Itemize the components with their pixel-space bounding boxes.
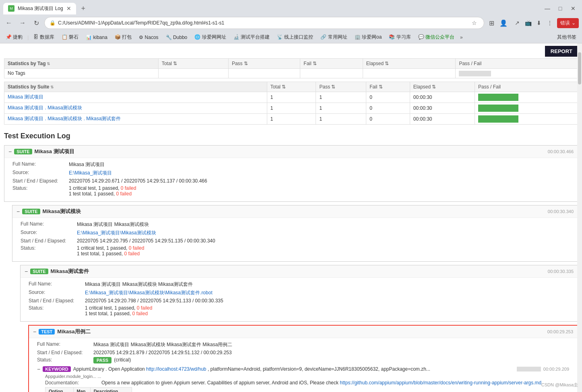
keyword-toggle[interactable]: − xyxy=(37,366,40,372)
more-bookmarks-button[interactable]: » xyxy=(460,35,463,40)
status-line1-2: 1 critical test, 1 passed, 0 failed xyxy=(77,245,144,251)
keyword-indent-content: Appguider.module_login... ... Documentat… xyxy=(37,374,569,392)
stats-by-suite-section: Statistics by Suite Total ⇅ Pass ⇅ Fail … xyxy=(0,82,577,128)
bookmark-item[interactable]: 🌐 珍爱网网址 xyxy=(192,33,228,41)
stats-by-tag-section: Statistics by Tag Total ⇅ Pass ⇅ Fail ⇅ … xyxy=(0,58,577,82)
suite-toggle-3[interactable]: − xyxy=(25,268,28,275)
back-button[interactable]: ← xyxy=(3,17,14,29)
more-icon[interactable]: ⋮ xyxy=(545,18,555,28)
elapsed-label-2: Start / End / Elapsed: xyxy=(21,238,77,244)
cast-icon[interactable]: 📺 xyxy=(523,18,533,28)
bookmark-item[interactable]: 🗄 数据库 xyxy=(31,33,56,41)
keyword-args: , platformName=Android, platformVersion=… xyxy=(208,366,430,372)
bookmark-item[interactable]: 📦 打包 xyxy=(112,33,134,41)
bookmark-item[interactable]: 📌 捷豹 xyxy=(3,33,25,41)
suite-link-1[interactable]: Mikasa 测试项目 xyxy=(8,94,43,100)
col-total[interactable]: Total ⇅ xyxy=(158,59,228,69)
suite-passfail-header: Pass / Fail xyxy=(475,82,577,92)
bookmark-item[interactable]: 🔧 Dubbo xyxy=(163,34,190,41)
other-bookmarks[interactable]: 其他书签 xyxy=(555,33,579,41)
doc-link[interactable]: https://github.com/appium/appium/blob/ma… xyxy=(340,380,541,386)
col-pass[interactable]: Pass ⇅ xyxy=(228,59,300,69)
bookmark-item[interactable]: 📡 线上接口监控 xyxy=(274,33,316,41)
suite-elapsed-3: 00:00:30 xyxy=(410,113,475,124)
col-elapsed[interactable]: Elapsed ⇅ xyxy=(363,59,456,69)
close-window-button[interactable]: ✕ xyxy=(568,4,579,13)
doc-col-man: Man. xyxy=(73,387,90,392)
refresh-button[interactable]: ↻ xyxy=(31,17,42,29)
test-badge-1: TEST xyxy=(39,329,55,335)
suite-total-3: 1 xyxy=(267,113,316,124)
bookmark-item[interactable]: 📚 学习库 xyxy=(386,33,413,41)
col-fail[interactable]: Fail ⇅ xyxy=(300,59,363,69)
extensions-icon[interactable]: ⊞ xyxy=(487,18,496,28)
minimize-button[interactable]: — xyxy=(542,4,553,13)
source-label-1: Source: xyxy=(12,170,69,177)
page-content: REPORT Statistics by Tag Total ⇅ Pass ⇅ … xyxy=(0,43,577,392)
url-bar[interactable]: 🔒 C:/Users/ADMINI~1/AppData/Local/Temp/R… xyxy=(44,17,484,29)
suite-body-3: Full Name: Mikasa 测试项目 Mikasa测试模块 Mikasa… xyxy=(21,278,577,321)
suite-link-2[interactable]: Mikasa 测试项目 . Mikasa测试模块 xyxy=(8,105,82,111)
report-button[interactable]: REPORT xyxy=(545,46,577,57)
bookmark-star-icon[interactable]: ☆ xyxy=(469,18,479,28)
suite-link-3[interactable]: Mikasa 测试项目 . Mikasa测试模块 . Mikasa测试套件 xyxy=(8,116,121,121)
suite-bar-3 xyxy=(475,113,577,124)
bookmark-item[interactable]: 🔬 测试平台搭建 xyxy=(231,33,272,41)
scroll-thumb[interactable] xyxy=(578,52,581,84)
share-icon[interactable]: ↗ xyxy=(512,18,522,28)
source-link-1[interactable]: E:\Mikasa_测试项目 xyxy=(69,170,112,177)
suite-toggle-1[interactable]: − xyxy=(8,148,12,155)
source-link-3[interactable]: E:\Mikasa_测试项目\Mikasa测试模块\Mikasa测试套件.rob… xyxy=(85,289,213,296)
bookmark-item[interactable]: 💬 微信公众平台 xyxy=(416,33,457,41)
maximize-button[interactable]: □ xyxy=(555,4,566,13)
suite-elapsed-header[interactable]: Elapsed ⇅ xyxy=(410,82,475,92)
source-row-1: Source: E:\Mikasa_测试项目 xyxy=(12,170,570,177)
fullname-label-t1: Full Name: xyxy=(37,341,93,348)
tab-favicon: M xyxy=(8,5,14,12)
keyword-link[interactable]: http://localhost:4723/wd/hub xyxy=(146,366,206,372)
suite-elapsed-3: 00:00:30.335 xyxy=(548,269,574,274)
suite-bar-1 xyxy=(475,92,577,103)
source-row-2: Source: E:\Mikasa_测试项目\Mikasa测试模块 xyxy=(21,230,570,236)
forward-button[interactable]: → xyxy=(17,17,28,29)
keyword-elapsed: 00:00:29.209 xyxy=(543,367,569,371)
bookmark-item[interactable]: 📋 磐石 xyxy=(59,33,81,41)
suite-total-1: 1 xyxy=(267,92,316,103)
suite-toggle-2[interactable]: − xyxy=(17,208,20,215)
profile-icon[interactable]: 👤 xyxy=(499,18,508,28)
suite-total-header[interactable]: Total ⇅ xyxy=(267,82,316,92)
suite-pass-header[interactable]: Pass ⇅ xyxy=(316,82,366,92)
scrollbar[interactable] xyxy=(577,43,582,392)
address-bar: ← → ↻ 🔒 C:/Users/ADMINI~1/AppData/Local/… xyxy=(0,14,582,31)
suite-header-1: − SUITE Mikasa 测试项目 00:00:30.466 xyxy=(4,146,577,158)
doc-text: Opens a new application to given Appium … xyxy=(101,380,541,386)
suite-pass-3: 1 xyxy=(316,113,366,124)
new-tab-button[interactable]: + xyxy=(78,3,89,14)
suite-fail-header[interactable]: Fail ⇅ xyxy=(366,82,410,92)
status-line1-3: 1 critical test, 1 passed, 0 failed xyxy=(85,305,152,311)
suite-pass-1: 1 xyxy=(316,92,366,103)
elapsed-row-2: Start / End / Elapsed: 20220705 14:29:20… xyxy=(21,238,570,244)
bookmark-item[interactable]: 📊 kibana xyxy=(83,34,110,41)
error-label: 错误 xyxy=(560,20,570,27)
fullname-value-t1: Mikasa 测试项目 Mikasa测试模块 Mikasa测试套件 Mikasa… xyxy=(93,341,232,348)
source-link-2[interactable]: E:\Mikasa_测试项目\Mikasa测试模块 xyxy=(77,230,156,236)
tag-name: No Tags xyxy=(4,69,159,78)
tag-pass xyxy=(228,69,300,78)
suite-row-1: Mikasa 测试项目 1 1 0 00:00:30 xyxy=(4,92,578,103)
tag-elapsed xyxy=(363,69,456,78)
status-row-t1: Status: PASS (critical) xyxy=(37,357,569,363)
bookmark-item[interactable]: 🏢 珍爱网oa xyxy=(352,33,384,41)
test-toggle-1[interactable]: − xyxy=(33,328,36,335)
tab-title: Mikasa 测试项目 Log xyxy=(18,5,63,12)
save-icon[interactable]: ⬇ xyxy=(534,18,544,28)
suite-col-header[interactable]: Statistics by Suite xyxy=(4,82,267,92)
active-tab[interactable]: M Mikasa 测试项目 Log ✕ xyxy=(3,3,76,14)
bookmark-item[interactable]: 🔗 常用网址 xyxy=(318,33,349,41)
error-button[interactable]: 错误 ⌄ xyxy=(557,18,579,28)
log-title: Test Execution Log xyxy=(4,132,577,140)
bookmark-item[interactable]: ⚙ Nacos xyxy=(136,34,161,41)
status-row-2: Status: 1 critical test, 1 passed, 0 fai… xyxy=(21,245,570,257)
stats-by-tag-header[interactable]: Statistics by Tag xyxy=(4,59,159,69)
tab-close-button[interactable]: ✕ xyxy=(66,5,71,12)
